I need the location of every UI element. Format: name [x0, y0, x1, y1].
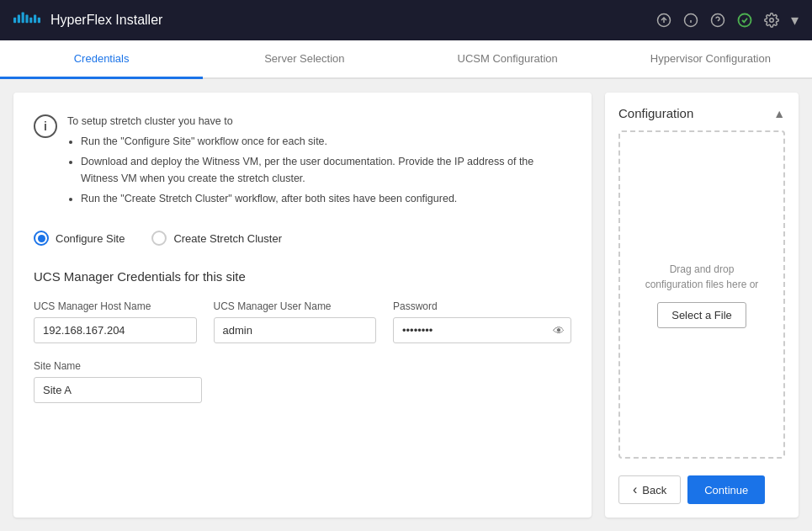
- password-input[interactable]: [393, 317, 571, 343]
- tab-credentials[interactable]: Credentials: [0, 40, 203, 79]
- info-intro: To setup stretch cluster you have to: [67, 113, 571, 130]
- password-group: Password 👁: [393, 300, 571, 343]
- app-header: HyperFlex Installer ▾: [0, 0, 812, 40]
- host-name-input[interactable]: [34, 317, 197, 343]
- status-check-icon[interactable]: [737, 13, 752, 28]
- config-header: Configuration ▲: [618, 106, 785, 120]
- tab-bar: Credentials Server Selection UCSM Config…: [0, 40, 812, 79]
- info-bullet-2: Download and deploy the Witness VM, per …: [81, 153, 571, 187]
- configure-site-option[interactable]: Configure Site: [34, 231, 125, 246]
- svg-point-15: [770, 19, 774, 23]
- password-wrapper: 👁: [393, 317, 571, 343]
- main-content: i To setup stretch cluster you have to R…: [0, 79, 812, 531]
- app-title: HyperFlex Installer: [50, 13, 656, 28]
- left-panel: i To setup stretch cluster you have to R…: [13, 93, 592, 518]
- svg-rect-3: [25, 15, 28, 24]
- back-chevron-icon: [633, 482, 637, 497]
- user-name-label: UCS Manager User Name: [214, 300, 377, 312]
- eye-icon[interactable]: 👁: [553, 324, 565, 337]
- site-name-row: Site Name: [34, 360, 571, 403]
- info-circle-icon[interactable]: [683, 13, 698, 28]
- select-file-button[interactable]: Select a File: [657, 302, 746, 328]
- svg-rect-1: [18, 15, 20, 24]
- config-panel: Configuration ▲ Drag and dropconfigurati…: [605, 93, 799, 518]
- create-stretch-cluster-label: Create Stretch Cluster: [173, 232, 282, 245]
- drop-text: Drag and dropconfiguration files here or: [645, 262, 759, 292]
- tab-hypervisor-configuration[interactable]: Hypervisor Configuration: [609, 40, 812, 79]
- svg-rect-5: [34, 15, 36, 24]
- svg-rect-0: [13, 18, 16, 23]
- svg-rect-6: [38, 18, 40, 23]
- settings-icon[interactable]: [764, 13, 779, 28]
- cisco-logo: [13, 12, 40, 29]
- site-name-label: Site Name: [34, 360, 202, 372]
- site-name-group: Site Name: [34, 360, 202, 403]
- info-box: i To setup stretch cluster you have to R…: [34, 113, 571, 210]
- info-text: To setup stretch cluster you have to Run…: [67, 113, 571, 210]
- info-bullet-3: Run the "Create Stretch Cluster" workflo…: [81, 190, 571, 207]
- info-icon: i: [34, 114, 57, 138]
- user-name-input[interactable]: [214, 317, 377, 343]
- configure-site-radio[interactable]: [34, 231, 49, 246]
- help-icon[interactable]: [710, 13, 725, 28]
- create-stretch-cluster-radio[interactable]: [151, 231, 167, 246]
- site-name-input[interactable]: [34, 377, 202, 403]
- config-title: Configuration: [618, 106, 693, 120]
- continue-button[interactable]: Continue: [687, 475, 765, 504]
- header-icons: ▾: [656, 11, 799, 29]
- svg-rect-4: [29, 18, 32, 23]
- upload-icon[interactable]: [656, 13, 671, 28]
- back-button[interactable]: Back: [618, 475, 681, 504]
- tab-server-selection[interactable]: Server Selection: [203, 40, 406, 79]
- form-section-title: UCS Manager Credentials for this site: [34, 269, 571, 284]
- tab-ucsm-configuration[interactable]: UCSM Configuration: [406, 40, 609, 79]
- workflow-radio-group: Configure Site Create Stretch Cluster: [34, 231, 571, 246]
- configure-site-label: Configure Site: [56, 232, 125, 245]
- create-stretch-cluster-option[interactable]: Create Stretch Cluster: [151, 231, 282, 246]
- chevron-down-icon[interactable]: ▾: [791, 11, 799, 29]
- back-label: Back: [642, 484, 666, 496]
- collapse-icon[interactable]: ▲: [773, 107, 785, 120]
- credentials-row: UCS Manager Host Name UCS Manager User N…: [34, 300, 571, 343]
- host-name-label: UCS Manager Host Name: [34, 300, 197, 312]
- user-name-group: UCS Manager User Name: [214, 300, 377, 343]
- panel-footer: Back Continue: [618, 475, 785, 504]
- svg-rect-2: [22, 12, 24, 23]
- drop-zone[interactable]: Drag and dropconfiguration files here or…: [618, 130, 785, 459]
- info-bullet-1: Run the "Configure Site" workflow once f…: [81, 133, 571, 150]
- host-name-group: UCS Manager Host Name: [34, 300, 197, 343]
- password-label: Password: [393, 300, 571, 312]
